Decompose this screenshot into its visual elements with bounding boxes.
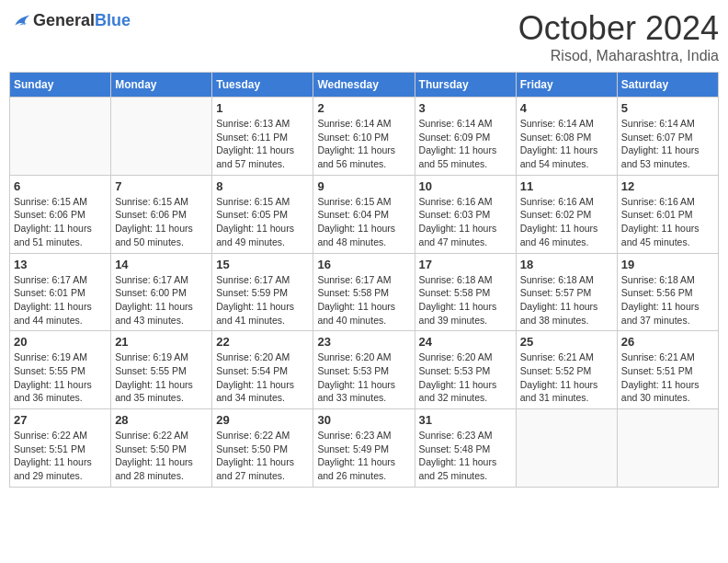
day-number: 17: [419, 258, 512, 271]
day-number: 21: [115, 335, 208, 349]
calendar-cell: 23Sunrise: 6:20 AMSunset: 5:53 PMDayligh…: [313, 331, 415, 409]
col-header-friday: Friday: [516, 73, 617, 98]
day-number: 13: [14, 258, 107, 271]
month-title: October 2024: [518, 9, 719, 48]
logo-icon: [9, 9, 31, 31]
calendar-cell: 11Sunrise: 6:16 AMSunset: 6:02 PMDayligh…: [516, 175, 617, 253]
logo-general: General: [33, 11, 95, 29]
day-info: Sunrise: 6:20 AMSunset: 5:53 PMDaylight:…: [419, 350, 512, 405]
calendar-week-row: 6Sunrise: 6:15 AMSunset: 6:06 PMDaylight…: [10, 175, 719, 253]
calendar-week-row: 13Sunrise: 6:17 AMSunset: 6:01 PMDayligh…: [10, 253, 719, 331]
day-info: Sunrise: 6:14 AMSunset: 6:09 PMDaylight:…: [419, 117, 512, 171]
calendar-cell: 24Sunrise: 6:20 AMSunset: 5:53 PMDayligh…: [415, 331, 516, 409]
calendar-week-row: 27Sunrise: 6:22 AMSunset: 5:51 PMDayligh…: [10, 409, 719, 488]
col-header-thursday: Thursday: [415, 73, 516, 98]
calendar-cell: [617, 409, 718, 488]
day-info: Sunrise: 6:14 AMSunset: 6:07 PMDaylight:…: [621, 117, 714, 171]
col-header-tuesday: Tuesday: [212, 73, 313, 98]
day-number: 6: [14, 179, 107, 193]
day-number: 2: [317, 101, 410, 115]
calendar-header-row: SundayMondayTuesdayWednesdayThursdayFrid…: [10, 73, 719, 98]
calendar-table: SundayMondayTuesdayWednesdayThursdayFrid…: [9, 72, 719, 488]
logo: GeneralBlue: [9, 9, 131, 31]
calendar-cell: [10, 98, 111, 176]
day-info: Sunrise: 6:23 AMSunset: 5:48 PMDaylight:…: [419, 429, 512, 483]
day-info: Sunrise: 6:19 AMSunset: 5:55 PMDaylight:…: [115, 350, 208, 405]
day-number: 5: [621, 101, 714, 115]
day-info: Sunrise: 6:18 AMSunset: 5:58 PMDaylight:…: [419, 273, 512, 327]
day-number: 3: [419, 101, 512, 115]
page-header: GeneralBlue October 2024 Risod, Maharash…: [9, 9, 719, 64]
calendar-cell: 28Sunrise: 6:22 AMSunset: 5:50 PMDayligh…: [111, 409, 212, 488]
day-info: Sunrise: 6:18 AMSunset: 5:56 PMDaylight:…: [621, 273, 714, 327]
day-info: Sunrise: 6:17 AMSunset: 5:59 PMDaylight:…: [216, 273, 309, 327]
day-number: 15: [216, 258, 309, 271]
location-title: Risod, Maharashtra, India: [518, 48, 719, 64]
day-number: 25: [520, 335, 613, 349]
day-info: Sunrise: 6:16 AMSunset: 6:03 PMDaylight:…: [419, 195, 512, 249]
calendar-cell: 3Sunrise: 6:14 AMSunset: 6:09 PMDaylight…: [415, 98, 516, 176]
col-header-saturday: Saturday: [617, 73, 718, 98]
col-header-sunday: Sunday: [10, 73, 111, 98]
calendar-cell: 27Sunrise: 6:22 AMSunset: 5:51 PMDayligh…: [10, 409, 111, 488]
calendar-cell: 10Sunrise: 6:16 AMSunset: 6:03 PMDayligh…: [415, 175, 516, 253]
calendar-cell: 26Sunrise: 6:21 AMSunset: 5:51 PMDayligh…: [617, 331, 718, 409]
day-number: 27: [14, 413, 107, 427]
col-header-wednesday: Wednesday: [313, 73, 415, 98]
calendar-cell: [516, 409, 617, 488]
day-number: 14: [115, 258, 208, 271]
day-number: 7: [115, 179, 208, 193]
day-number: 16: [317, 258, 410, 271]
day-info: Sunrise: 6:17 AMSunset: 5:58 PMDaylight:…: [317, 273, 410, 327]
day-info: Sunrise: 6:21 AMSunset: 5:51 PMDaylight:…: [621, 350, 714, 405]
day-number: 26: [621, 335, 714, 349]
calendar-cell: 21Sunrise: 6:19 AMSunset: 5:55 PMDayligh…: [111, 331, 212, 409]
col-header-monday: Monday: [111, 73, 212, 98]
day-number: 1: [216, 101, 309, 115]
day-info: Sunrise: 6:18 AMSunset: 5:57 PMDaylight:…: [520, 273, 613, 327]
day-info: Sunrise: 6:13 AMSunset: 6:11 PMDaylight:…: [216, 117, 309, 171]
day-number: 20: [14, 335, 107, 349]
day-info: Sunrise: 6:21 AMSunset: 5:52 PMDaylight:…: [520, 350, 613, 405]
calendar-cell: 19Sunrise: 6:18 AMSunset: 5:56 PMDayligh…: [617, 253, 718, 331]
day-number: 18: [520, 258, 613, 271]
day-number: 23: [317, 335, 410, 349]
calendar-cell: 22Sunrise: 6:20 AMSunset: 5:54 PMDayligh…: [212, 331, 313, 409]
calendar-cell: 8Sunrise: 6:15 AMSunset: 6:05 PMDaylight…: [212, 175, 313, 253]
calendar-cell: 15Sunrise: 6:17 AMSunset: 5:59 PMDayligh…: [212, 253, 313, 331]
day-info: Sunrise: 6:16 AMSunset: 6:02 PMDaylight:…: [520, 195, 613, 249]
logo-blue: Blue: [95, 11, 131, 29]
day-number: 9: [317, 179, 410, 193]
calendar-cell: 5Sunrise: 6:14 AMSunset: 6:07 PMDaylight…: [617, 98, 718, 176]
day-number: 10: [419, 179, 512, 193]
day-info: Sunrise: 6:20 AMSunset: 5:54 PMDaylight:…: [216, 350, 309, 405]
calendar-cell: 7Sunrise: 6:15 AMSunset: 6:06 PMDaylight…: [111, 175, 212, 253]
day-info: Sunrise: 6:23 AMSunset: 5:49 PMDaylight:…: [317, 429, 410, 483]
day-number: 12: [621, 179, 714, 193]
calendar-week-row: 20Sunrise: 6:19 AMSunset: 5:55 PMDayligh…: [10, 331, 719, 409]
calendar-cell: 9Sunrise: 6:15 AMSunset: 6:04 PMDaylight…: [313, 175, 415, 253]
calendar-cell: 1Sunrise: 6:13 AMSunset: 6:11 PMDaylight…: [212, 98, 313, 176]
day-info: Sunrise: 6:20 AMSunset: 5:53 PMDaylight:…: [317, 350, 410, 405]
calendar-cell: 25Sunrise: 6:21 AMSunset: 5:52 PMDayligh…: [516, 331, 617, 409]
day-info: Sunrise: 6:19 AMSunset: 5:55 PMDaylight:…: [14, 350, 107, 405]
day-number: 24: [419, 335, 512, 349]
calendar-cell: 20Sunrise: 6:19 AMSunset: 5:55 PMDayligh…: [10, 331, 111, 409]
day-info: Sunrise: 6:22 AMSunset: 5:50 PMDaylight:…: [115, 429, 208, 483]
day-number: 8: [216, 179, 309, 193]
calendar-cell: 16Sunrise: 6:17 AMSunset: 5:58 PMDayligh…: [313, 253, 415, 331]
day-info: Sunrise: 6:14 AMSunset: 6:10 PMDaylight:…: [317, 117, 410, 171]
day-info: Sunrise: 6:17 AMSunset: 6:01 PMDaylight:…: [14, 273, 107, 327]
calendar-cell: 12Sunrise: 6:16 AMSunset: 6:01 PMDayligh…: [617, 175, 718, 253]
calendar-cell: 31Sunrise: 6:23 AMSunset: 5:48 PMDayligh…: [415, 409, 516, 488]
day-info: Sunrise: 6:22 AMSunset: 5:51 PMDaylight:…: [14, 429, 107, 483]
calendar-cell: 2Sunrise: 6:14 AMSunset: 6:10 PMDaylight…: [313, 98, 415, 176]
day-number: 11: [520, 179, 613, 193]
day-info: Sunrise: 6:14 AMSunset: 6:08 PMDaylight:…: [520, 117, 613, 171]
calendar-cell: 4Sunrise: 6:14 AMSunset: 6:08 PMDaylight…: [516, 98, 617, 176]
day-info: Sunrise: 6:22 AMSunset: 5:50 PMDaylight:…: [216, 429, 309, 483]
calendar-cell: 13Sunrise: 6:17 AMSunset: 6:01 PMDayligh…: [10, 253, 111, 331]
calendar-cell: [111, 98, 212, 176]
day-number: 29: [216, 413, 309, 427]
day-number: 31: [419, 413, 512, 427]
